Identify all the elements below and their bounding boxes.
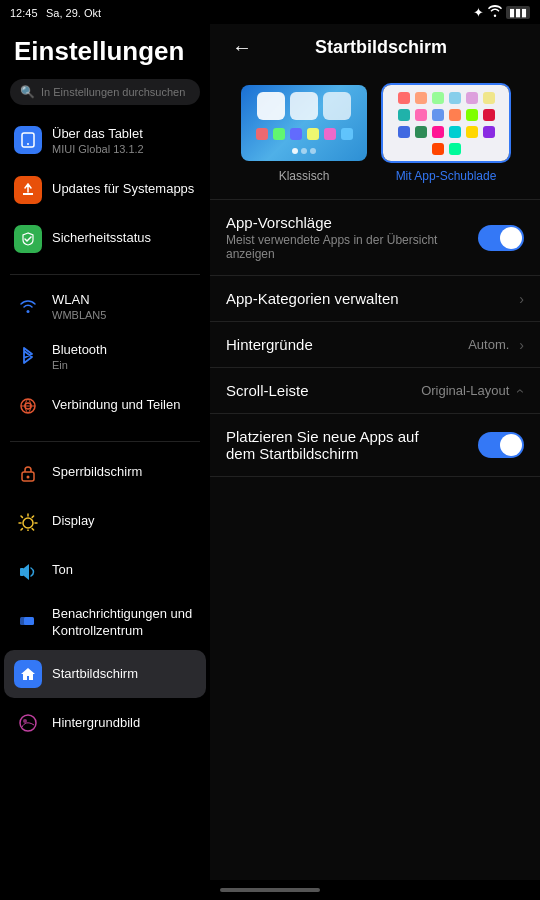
sidebar-text-sound: Ton [52, 562, 196, 579]
sidebar-item-lockscreen[interactable]: Sperrbildschirm [4, 449, 206, 497]
toggle-app-suggestions[interactable] [478, 225, 524, 251]
settings-row-app-suggestions[interactable]: App-Vorschläge Meist verwendete Apps in … [210, 200, 540, 275]
settings-row-app-categories[interactable]: App-Kategorien verwalten › [210, 276, 540, 321]
sidebar-text-wlan: WLAN WMBLAN5 [52, 292, 196, 321]
sidebar-text-bluetooth: Bluetooth Ein [52, 342, 196, 371]
tablet-icon [14, 126, 42, 154]
sidebar-text-updates: Updates für Systemapps [52, 181, 196, 198]
status-time: 12:45 Sa, 29. Okt [10, 3, 101, 21]
display-icon [14, 508, 42, 536]
toggle-new-apps[interactable] [478, 432, 524, 458]
sidebar-item-bluetooth[interactable]: Bluetooth Ein [4, 332, 206, 381]
content-panel: ← Startbildschirm [210, 24, 540, 880]
notifications-icon [14, 609, 42, 637]
settings-row-new-apps[interactable]: Platzieren Sie neue Apps auf dem Startbi… [210, 414, 540, 476]
battery-status-icon: ▮▮▮ [506, 6, 530, 19]
sidebar-text-connection: Verbindung und Teilen [52, 397, 196, 414]
svg-point-5 [27, 475, 30, 478]
divider-1 [10, 274, 200, 275]
wallpaper-icon [14, 709, 42, 737]
updates-icon [14, 176, 42, 204]
sidebar-group-connectivity: WLAN WMBLAN5 Bluetooth Ein [0, 281, 210, 431]
sidebar-item-connection[interactable]: Verbindung und Teilen [4, 382, 206, 430]
svg-rect-9 [24, 617, 34, 625]
content-header: ← Startbildschirm [210, 24, 540, 71]
settings-row-text-new-apps: Platzieren Sie neue Apps auf dem Startbi… [226, 428, 468, 462]
layout-option-classic[interactable]: Klassisch [239, 83, 369, 183]
sidebar-text-notifications: Benachrichtigungen und Kontrollzentrum [52, 606, 196, 640]
layout-preview-drawer [381, 83, 511, 163]
layout-preview-classic [239, 83, 369, 163]
connection-icon [14, 392, 42, 420]
svg-rect-7 [20, 568, 24, 576]
sidebar-item-tablet-info[interactable]: Über das Tablet MIUI Global 13.1.2 [4, 116, 206, 165]
settings-row-scroll-bar[interactable]: Scroll-Leiste Original-Layout ‹ [210, 368, 540, 413]
bottom-bar [0, 880, 540, 900]
layout-option-drawer[interactable]: Mit App-Schublade [381, 83, 511, 183]
settings-row-text-wallpapers: Hintergründe [226, 336, 458, 353]
sidebar-text-homescreen: Startbildschirm [52, 666, 196, 683]
settings-row-text-app-categories: App-Kategorien verwalten [226, 290, 509, 307]
status-bar: 12:45 Sa, 29. Okt ✦ ▮▮▮ [0, 0, 540, 24]
search-box[interactable]: 🔍 [10, 79, 200, 105]
sidebar-item-security[interactable]: Sicherheitsstatus [4, 215, 206, 263]
sidebar-item-wallpaper[interactable]: Hintergrundbild [4, 699, 206, 747]
bluetooth-icon [14, 342, 42, 370]
sidebar-text-display: Display [52, 513, 196, 530]
chevron-icon-wallpapers: › [519, 337, 524, 353]
sidebar-item-wlan[interactable]: WLAN WMBLAN5 [4, 282, 206, 331]
homescreen-icon [14, 660, 42, 688]
toggle-knob-app-suggestions [500, 227, 522, 249]
sound-icon [14, 557, 42, 585]
search-input[interactable] [41, 86, 190, 98]
settings-divider-5 [210, 476, 540, 477]
wlan-icon [14, 292, 42, 320]
settings-row-text-app-suggestions: App-Vorschläge Meist verwendete Apps in … [226, 214, 468, 261]
main-layout: Einstellungen 🔍 Über das Tablet MIUI Glo… [0, 24, 540, 880]
sidebar-item-sound[interactable]: Ton [4, 547, 206, 595]
sidebar-text-lockscreen: Sperrbildschirm [52, 464, 196, 481]
wallpapers-value: Autom. [468, 337, 509, 352]
svg-point-6 [23, 518, 33, 528]
home-indicator[interactable] [220, 888, 320, 892]
sidebar-text-security: Sicherheitsstatus [52, 230, 196, 247]
chevron-icon-scroll-bar: ‹ [514, 388, 530, 393]
sidebar-item-system-updates[interactable]: Updates für Systemapps [4, 166, 206, 214]
content-title: Startbildschirm [268, 37, 494, 58]
search-icon: 🔍 [20, 85, 35, 99]
layout-picker: Klassisch [210, 71, 540, 199]
security-icon [14, 225, 42, 253]
sidebar-item-notifications[interactable]: Benachrichtigungen und Kontrollzentrum [4, 596, 206, 650]
sidebar-group-device: Über das Tablet MIUI Global 13.1.2 Updat… [0, 115, 210, 264]
settings-row-wallpapers[interactable]: Hintergründe Autom. › [210, 322, 540, 367]
sidebar-title: Einstellungen [0, 24, 210, 75]
sidebar-group-device-settings: Sperrbildschirm Display [0, 448, 210, 749]
sidebar-item-display[interactable]: Display [4, 498, 206, 546]
sidebar-text-tablet-info: Über das Tablet MIUI Global 13.1.2 [52, 126, 196, 155]
layout-label-drawer: Mit App-Schublade [396, 169, 497, 183]
settings-row-text-scroll-bar: Scroll-Leiste [226, 382, 411, 399]
lock-icon [14, 459, 42, 487]
wifi-status-icon [488, 5, 502, 20]
bluetooth-status-icon: ✦ [473, 5, 484, 20]
scroll-bar-value: Original-Layout [421, 383, 509, 398]
chevron-icon-app-categories: › [519, 291, 524, 307]
sidebar-text-wallpaper: Hintergrundbild [52, 715, 196, 732]
layout-label-classic: Klassisch [279, 169, 330, 183]
divider-2 [10, 441, 200, 442]
svg-point-11 [23, 719, 27, 723]
sidebar-item-homescreen[interactable]: Startbildschirm [4, 650, 206, 698]
status-icons: ✦ ▮▮▮ [473, 5, 530, 20]
back-button[interactable]: ← [226, 34, 258, 61]
toggle-knob-new-apps [500, 434, 522, 456]
sidebar: Einstellungen 🔍 Über das Tablet MIUI Glo… [0, 24, 210, 880]
